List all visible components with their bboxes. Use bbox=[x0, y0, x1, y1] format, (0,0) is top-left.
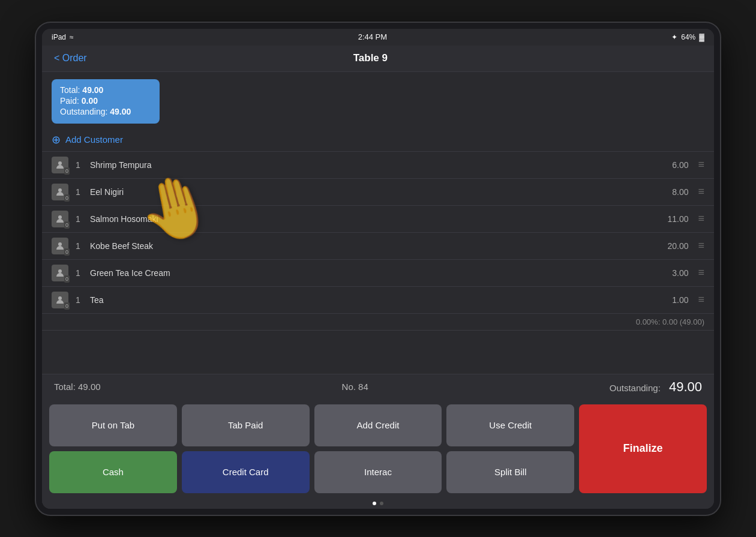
nav-bar: < Order Table 9 bbox=[42, 46, 714, 72]
avatar: 0 bbox=[52, 184, 68, 200]
paid-label: Paid: bbox=[60, 96, 79, 106]
item-name: Green Tea Ice Cream bbox=[90, 268, 672, 278]
ipad-frame: iPad ≈ 2:44 PM ✦ 64% ▓ < Order Table 9 T… bbox=[36, 23, 720, 515]
item-name: Eel Nigiri bbox=[90, 187, 672, 197]
put-on-tab-button[interactable]: Put on Tab bbox=[49, 404, 177, 446]
table-row[interactable]: 0 1 Shrimp Tempura 6.00 ≡ bbox=[42, 152, 714, 179]
table-row[interactable]: 0 1 Green Tea Ice Cream 3.00 ≡ bbox=[42, 260, 714, 287]
table-row[interactable]: 0 1 Kobe Beef Steak 20.00 ≡ bbox=[42, 233, 714, 260]
item-qty: 1 bbox=[72, 241, 84, 251]
item-menu-icon[interactable]: ≡ bbox=[698, 239, 704, 252]
main-content: Total: 49.00 Paid: 0.00 Outstanding: 49.… bbox=[42, 72, 714, 509]
item-price: 8.00 bbox=[672, 187, 688, 197]
item-price: 11.00 bbox=[667, 214, 688, 224]
status-right: ✦ 64% ▓ bbox=[671, 33, 704, 41]
status-time: 2:44 PM bbox=[358, 32, 387, 41]
interac-button[interactable]: Interac bbox=[314, 451, 442, 493]
volume-button bbox=[36, 257, 38, 281]
add-customer-icon: ⊕ bbox=[52, 133, 61, 146]
add-credit-button[interactable]: Add Credit bbox=[314, 404, 442, 446]
svg-point-4 bbox=[58, 269, 62, 273]
item-qty: 1 bbox=[72, 214, 84, 224]
item-qty: 1 bbox=[72, 268, 84, 278]
item-menu-icon[interactable]: ≡ bbox=[698, 212, 704, 225]
table-row[interactable]: 0 1 Tea 1.00 ≡ bbox=[42, 287, 714, 314]
paid-value: 0.00 bbox=[82, 96, 98, 106]
discount-value: 0.00%: 0.00 (49.00) bbox=[636, 317, 704, 326]
item-price: 1.00 bbox=[672, 295, 688, 305]
footer-outstanding: Outstanding: 49.00 bbox=[610, 379, 702, 395]
cash-button[interactable]: Cash bbox=[49, 451, 177, 493]
back-button[interactable]: < Order bbox=[54, 53, 87, 64]
page-dot-2 bbox=[380, 502, 383, 505]
credit-card-button[interactable]: Credit Card bbox=[182, 451, 310, 493]
avatar: 0 bbox=[52, 238, 68, 254]
page-title: Table 9 bbox=[353, 52, 388, 64]
item-menu-icon[interactable]: ≡ bbox=[698, 293, 704, 306]
total-label: Total: bbox=[60, 85, 80, 95]
summary-box: Total: 49.00 Paid: 0.00 Outstanding: 49.… bbox=[52, 79, 160, 124]
item-name: Tea bbox=[90, 295, 672, 305]
order-no-label: No. bbox=[342, 382, 356, 392]
footer-totals: Total: 49.00 No. 84 Outstanding: 49.00 bbox=[42, 374, 714, 400]
summary-total-row: Total: 49.00 bbox=[60, 85, 151, 95]
status-bar: iPad ≈ 2:44 PM ✦ 64% ▓ bbox=[42, 29, 714, 46]
order-items-list: 0 1 Shrimp Tempura 6.00 ≡ 0 1 Eel Nigiri… bbox=[42, 152, 714, 374]
summary-outstanding-row: Outstanding: 49.00 bbox=[60, 107, 151, 116]
avatar: 0 bbox=[52, 157, 68, 173]
outstanding-label: Outstanding: bbox=[60, 107, 107, 116]
item-menu-icon[interactable]: ≡ bbox=[698, 266, 704, 279]
table-row[interactable]: 0 1 Salmon Hosomaki 11.00 ≡ bbox=[42, 206, 714, 233]
item-price: 20.00 bbox=[667, 241, 688, 251]
battery-icon: ▓ bbox=[699, 33, 704, 41]
discount-row: 0.00%: 0.00 (49.00) bbox=[42, 314, 714, 331]
item-name: Shrimp Tempura bbox=[90, 160, 672, 170]
item-name: Salmon Hosomaki bbox=[90, 214, 667, 224]
svg-point-5 bbox=[58, 296, 62, 300]
avatar: 0 bbox=[52, 265, 68, 281]
footer-total-label: Total: bbox=[54, 382, 76, 392]
wifi-icon: ≈ bbox=[70, 33, 74, 41]
outstanding-value: 49.00 bbox=[110, 107, 131, 116]
summary-paid-row: Paid: 0.00 bbox=[60, 96, 151, 106]
split-bill-button[interactable]: Split Bill bbox=[446, 451, 574, 493]
item-price: 3.00 bbox=[672, 268, 688, 278]
item-menu-icon[interactable]: ≡ bbox=[698, 158, 704, 171]
svg-point-2 bbox=[58, 215, 62, 219]
avatar: 0 bbox=[52, 292, 68, 308]
avatar: 0 bbox=[52, 211, 68, 227]
status-left: iPad ≈ bbox=[52, 33, 74, 41]
footer-outstanding-label: Outstanding: bbox=[610, 383, 661, 393]
tab-paid-button[interactable]: Tab Paid bbox=[182, 404, 310, 446]
footer-total-value: 49.00 bbox=[78, 382, 101, 392]
item-qty: 1 bbox=[72, 160, 84, 170]
svg-point-3 bbox=[58, 242, 62, 246]
item-qty: 1 bbox=[72, 295, 84, 305]
use-credit-button[interactable]: Use Credit bbox=[446, 404, 574, 446]
svg-point-1 bbox=[58, 188, 62, 192]
item-name: Kobe Beef Steak bbox=[90, 241, 667, 251]
order-no-value: 84 bbox=[358, 382, 368, 392]
battery-percentage: 64% bbox=[681, 33, 695, 41]
add-customer-label: Add Customer bbox=[65, 134, 123, 145]
table-row[interactable]: 0 1 Eel Nigiri 8.00 ≡ bbox=[42, 179, 714, 206]
total-value: 49.00 bbox=[82, 85, 103, 95]
payment-grid: Put on Tab Tab Paid Add Credit Use Credi… bbox=[42, 400, 714, 498]
item-price: 6.00 bbox=[672, 160, 688, 170]
svg-point-0 bbox=[58, 161, 62, 165]
finalize-button[interactable]: Finalize bbox=[579, 404, 707, 493]
ipad-label: iPad bbox=[52, 33, 66, 41]
item-qty: 1 bbox=[72, 187, 84, 197]
footer-order-no: No. 84 bbox=[342, 382, 368, 392]
page-dot-1 bbox=[373, 502, 376, 505]
add-customer-row[interactable]: ⊕ Add Customer bbox=[42, 128, 714, 152]
bluetooth-icon: ✦ bbox=[671, 33, 677, 41]
item-menu-icon[interactable]: ≡ bbox=[698, 185, 704, 198]
page-dots bbox=[42, 498, 714, 509]
footer-outstanding-value: 49.00 bbox=[669, 379, 702, 394]
footer-total-left: Total: 49.00 bbox=[54, 382, 101, 392]
